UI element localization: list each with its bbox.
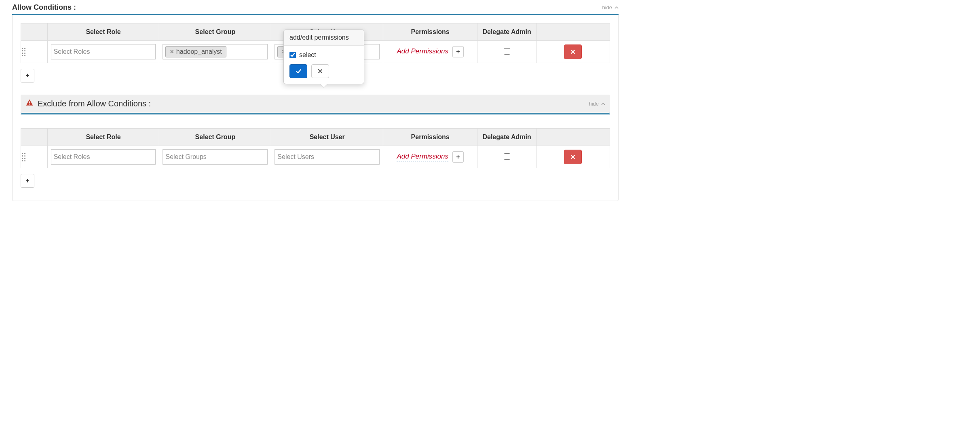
drag-cell[interactable] [21,146,48,168]
groups-placeholder: Select Groups [165,153,206,161]
svg-rect-1 [29,104,30,105]
allow-hide-toggle[interactable]: hide [602,4,619,11]
col-role: Select Role [47,129,159,146]
role-cell: Select Roles [47,41,159,63]
add-permissions-link[interactable]: Add Permissions [397,152,448,161]
remove-tag-icon[interactable]: × [170,48,173,55]
chevron-up-icon [601,102,605,106]
col-drag [21,129,48,146]
plus-icon [25,72,29,79]
drag-handle-icon [22,48,46,56]
permissions-cell: Add Permissions [383,41,477,63]
select-groups-input[interactable]: Select Groups [163,149,268,165]
delegate-admin-checkbox[interactable] [504,153,510,160]
group-tag[interactable]: × hadoop_analyst [165,46,226,57]
col-permissions: Permissions [383,23,477,41]
group-tag-label: hadoop_analyst [176,48,222,55]
close-icon [570,49,576,55]
col-permissions: Permissions [383,129,477,146]
role-cell: Select Roles [47,146,159,168]
add-permissions-button[interactable] [452,151,464,163]
hide-label: hide [602,4,612,11]
select-users-input[interactable]: Select Users [275,149,380,165]
delete-row-button[interactable] [564,44,582,59]
delete-cell [536,146,610,168]
user-cell: Select Users [271,146,383,168]
select-roles-input[interactable]: Select Roles [51,44,156,59]
select-groups-input[interactable]: × hadoop_analyst [163,44,268,59]
col-user: Select User [271,129,383,146]
permission-option-label: select [299,51,316,59]
permissions-popover: add/edit permissions select [283,30,364,84]
popover-actions [289,64,358,78]
drag-cell[interactable] [21,41,48,63]
roles-placeholder: Select Roles [54,48,90,55]
plus-icon [456,48,460,55]
users-placeholder: Select Users [277,153,314,161]
delete-row-button[interactable] [564,150,582,164]
delegate-cell [477,146,536,168]
table-header-row: Select Role Select Group Select User Per… [21,129,610,146]
allow-conditions-title: Allow Conditions : [12,3,76,12]
add-permissions-button[interactable] [452,46,464,57]
allow-table-anchor: add/edit permissions select [21,23,610,63]
group-cell: × hadoop_analyst [159,41,271,63]
close-icon [317,68,323,74]
delegate-admin-checkbox[interactable] [504,48,510,55]
exclude-conditions-header: Exclude from Allow Conditions : hide [21,95,610,114]
allow-conditions-header: Allow Conditions : hide [12,0,619,15]
svg-rect-0 [29,102,30,104]
select-roles-input[interactable]: Select Roles [51,149,156,165]
exclude-hide-toggle[interactable]: hide [589,101,605,107]
roles-placeholder: Select Roles [54,153,90,161]
delete-cell [536,41,610,63]
col-delete [536,23,610,41]
exclude-conditions-table: Select Role Select Group Select User Per… [21,128,610,168]
group-cell: Select Groups [159,146,271,168]
plus-icon [456,153,460,161]
col-drag [21,23,48,41]
add-exclude-row-button[interactable] [21,174,34,188]
popover-arrow [320,84,327,87]
add-permissions-link[interactable]: Add Permissions [397,47,448,56]
popover-body: select [284,46,364,84]
col-delegate: Delegate Admin [477,129,536,146]
popover-cancel-button[interactable] [311,64,329,78]
hide-label: hide [589,101,599,107]
popover-title: add/edit permissions [284,30,364,46]
permissions-cell: Add Permissions [383,146,477,168]
col-group: Select Group [159,129,271,146]
col-group: Select Group [159,23,271,41]
chevron-up-icon [615,6,619,10]
col-role: Select Role [47,23,159,41]
add-allow-row-button[interactable] [21,69,34,83]
allow-panel: add/edit permissions select [12,15,619,201]
col-delete [536,129,610,146]
permission-option-checkbox[interactable] [289,52,296,58]
col-delegate: Delegate Admin [477,23,536,41]
table-row: Select Roles Select Groups Select Users [21,146,610,168]
plus-icon [25,177,29,184]
close-icon [570,154,576,160]
delegate-cell [477,41,536,63]
warning-icon [25,99,34,109]
permission-option-select[interactable]: select [289,51,358,59]
popover-confirm-button[interactable] [289,64,307,78]
drag-handle-icon [22,153,46,161]
check-icon [295,68,302,74]
exclude-conditions-title: Exclude from Allow Conditions : [38,99,151,108]
